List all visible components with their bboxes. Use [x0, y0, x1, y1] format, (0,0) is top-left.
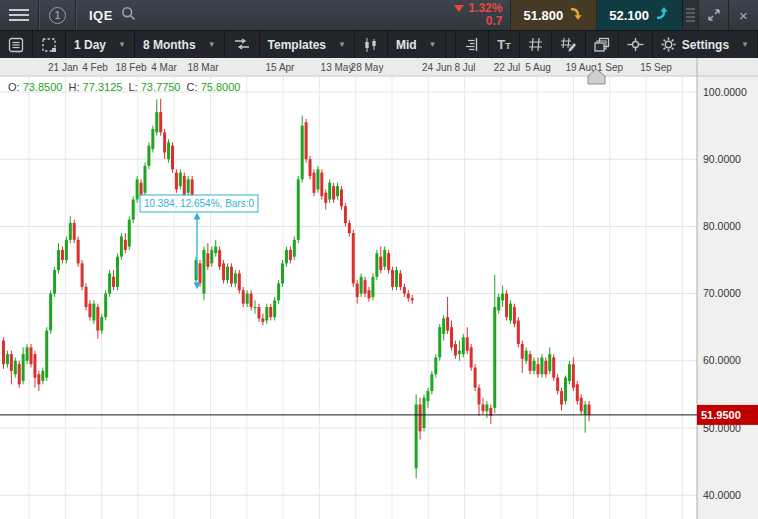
- price-ladder-icon: [464, 37, 480, 52]
- trading-chart-window: 1 IQE 1.32% 0.7 51.800 52.100: [0, 0, 758, 519]
- font-size-button[interactable]: TT: [489, 31, 519, 58]
- chart-area: 21 Jan4 Feb18 Feb4 Mar18 Mar15 Apr13 May…: [0, 58, 758, 519]
- drag-handle[interactable]: [682, 0, 698, 30]
- x-axis-label: 24 Jun: [422, 62, 452, 73]
- price-ladder-button[interactable]: [456, 31, 489, 58]
- x-axis-label: 18 Feb: [115, 62, 147, 73]
- drawing-tools-button[interactable]: [552, 31, 586, 58]
- x-axis-label: 21 Jan: [48, 62, 78, 73]
- y-axis-label: 100.0000: [703, 86, 747, 98]
- chart-type-button[interactable]: [355, 31, 388, 58]
- close-icon: ×: [739, 7, 748, 24]
- sliders-icon: [233, 37, 251, 52]
- sell-price: 51.800: [523, 8, 563, 23]
- y-axis-label: 80.0000: [703, 220, 741, 232]
- buy-price: 52.100: [609, 8, 649, 23]
- circled-one-icon: 1: [49, 7, 66, 24]
- y-axis-label: 70.0000: [703, 287, 741, 299]
- chevron-down-icon: ▼: [741, 40, 749, 49]
- price-chart[interactable]: 21 Jan4 Feb18 Feb4 Mar18 Mar15 Apr13 May…: [0, 58, 758, 519]
- range-label: 8 Months: [143, 38, 196, 52]
- search-icon[interactable]: [121, 6, 136, 24]
- change-absolute: 0.7: [486, 15, 503, 28]
- account-one-button[interactable]: 1: [39, 0, 76, 30]
- templates-dropdown[interactable]: Templates ▼: [260, 31, 355, 58]
- grid-pencil-icon: [560, 37, 577, 52]
- period-dropdown[interactable]: 1 Day ▼: [66, 31, 135, 58]
- current-price-value: 51.9500: [701, 409, 741, 421]
- cascade-windows-icon: [594, 37, 610, 52]
- x-axis-label: 28 May: [351, 62, 384, 73]
- x-axis-label: 5 Aug: [525, 62, 551, 73]
- sell-price-button[interactable]: 51.800: [510, 0, 596, 30]
- titlebar-spacer: [148, 0, 447, 30]
- chart-list-button[interactable]: [0, 31, 33, 58]
- x-axis-label: 8 Jul: [454, 62, 475, 73]
- symbol-header: IQE: [76, 0, 148, 30]
- grid-icon: [528, 37, 543, 52]
- text-size-icon: TT: [497, 37, 510, 52]
- y-axis-label: 60.0000: [703, 354, 741, 366]
- buy-price-button[interactable]: 52.100: [596, 0, 682, 30]
- price-type-dropdown[interactable]: Mid ▼: [388, 31, 446, 58]
- templates-label: Templates: [268, 38, 326, 52]
- hamburger-icon: [9, 9, 29, 21]
- buy-arrow-up-icon: [655, 6, 670, 24]
- crosshair-button[interactable]: [619, 31, 653, 58]
- measurement-label: 10.384, 12.654%, Bars:0: [144, 198, 255, 209]
- price-change: 1.32% 0.7: [446, 0, 510, 30]
- cascade-windows-button[interactable]: [586, 31, 619, 58]
- price-type-label: Mid: [396, 38, 417, 52]
- symbol-title: IQE: [89, 8, 113, 23]
- gear-icon: [661, 37, 676, 52]
- chevron-down-icon: ▼: [429, 40, 437, 49]
- chevron-down-icon: ▼: [208, 40, 216, 49]
- range-dropdown[interactable]: 8 Months ▼: [135, 31, 225, 58]
- region-select-button[interactable]: [33, 31, 66, 58]
- x-axis-label: 1 Sep: [597, 62, 624, 73]
- close-button[interactable]: ×: [728, 0, 758, 30]
- grid-button[interactable]: [520, 31, 552, 58]
- down-triangle-icon: [454, 5, 464, 12]
- ohlc-readout: O: 73.8500 H: 77.3125 L: 73.7750 C: 75.8…: [8, 81, 247, 93]
- indicator-settings-button[interactable]: [225, 31, 260, 58]
- settings-label: Settings: [682, 38, 729, 52]
- period-label: 1 Day: [74, 38, 106, 52]
- dashed-select-icon: [41, 37, 57, 53]
- crosshair-icon: [627, 37, 644, 52]
- x-axis-label: 15 Apr: [266, 62, 296, 73]
- candlestick-icon: [363, 37, 379, 53]
- toolbar-spacer: [446, 31, 457, 58]
- x-axis-label: 22 Jul: [494, 62, 521, 73]
- settings-dropdown[interactable]: Settings ▼: [653, 31, 758, 58]
- y-axis-label: 90.0000: [703, 153, 741, 165]
- list-icon: [8, 37, 24, 53]
- candles: [2, 99, 591, 479]
- x-axis-label: 18 Mar: [187, 62, 219, 73]
- x-axis-label: 4 Mar: [151, 62, 177, 73]
- x-axis-label: 15 Sep: [640, 62, 672, 73]
- chevron-down-icon: ▼: [118, 40, 126, 49]
- y-axis-label: 40.0000: [703, 489, 741, 501]
- chevron-down-icon: ▼: [338, 40, 346, 49]
- x-axis-label: 13 May: [321, 62, 354, 73]
- titlebar: 1 IQE 1.32% 0.7 51.800 52.100: [0, 0, 758, 30]
- x-axis-label: 19 Aug: [565, 62, 596, 73]
- menu-button[interactable]: [0, 0, 39, 30]
- sell-arrow-down-icon: [569, 6, 584, 24]
- x-axis-label: 4 Feb: [82, 62, 108, 73]
- chart-toolbar: 1 Day ▼ 8 Months ▼ Templates ▼ Mid ▼ TT: [0, 30, 758, 58]
- expand-icon: [707, 8, 721, 22]
- expand-button[interactable]: [698, 0, 728, 30]
